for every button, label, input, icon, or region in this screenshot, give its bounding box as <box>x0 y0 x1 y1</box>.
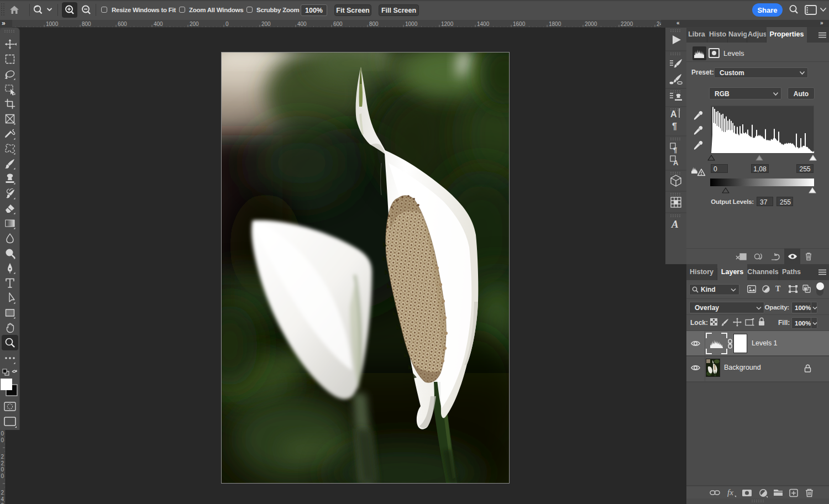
svg-text:400: 400 <box>154 21 163 27</box>
svg-text:400: 400 <box>297 21 307 27</box>
svg-text:0: 0 <box>1 431 4 437</box>
svg-text:1800: 1800 <box>549 21 562 27</box>
svg-text:2: 2 <box>1 490 4 496</box>
svg-text:1400: 1400 <box>477 21 490 27</box>
svg-text:2000: 2000 <box>585 21 597 27</box>
svg-text:1600: 1600 <box>513 21 526 27</box>
svg-text:A: A <box>671 218 679 230</box>
svg-text:1200: 1200 <box>441 21 454 27</box>
svg-text:0: 0 <box>1 466 4 473</box>
svg-text:200: 200 <box>190 21 199 27</box>
svg-text:1000: 1000 <box>46 21 59 27</box>
svg-text:600: 600 <box>118 21 127 27</box>
svg-text:800: 800 <box>369 21 379 27</box>
svg-text:¶: ¶ <box>672 122 677 131</box>
svg-text:600: 600 <box>333 21 343 27</box>
svg-text:0: 0 <box>1 473 4 479</box>
svg-text:200: 200 <box>261 21 271 27</box>
svg-text:0: 0 <box>1 437 4 443</box>
svg-text:2400: 2400 <box>657 21 661 27</box>
svg-text:1000: 1000 <box>405 21 418 27</box>
svg-text:4: 4 <box>1 496 4 502</box>
svg-text:A: A <box>670 109 677 119</box>
svg-text:800: 800 <box>82 21 91 27</box>
svg-text:2200: 2200 <box>621 21 633 27</box>
svg-text:fx: fx <box>727 488 733 497</box>
svg-text:2: 2 <box>1 454 4 460</box>
svg-text:¶: ¶ <box>673 146 677 154</box>
svg-text:A: A <box>673 159 679 167</box>
svg-text:0: 0 <box>225 21 229 27</box>
svg-text:2: 2 <box>1 460 4 466</box>
